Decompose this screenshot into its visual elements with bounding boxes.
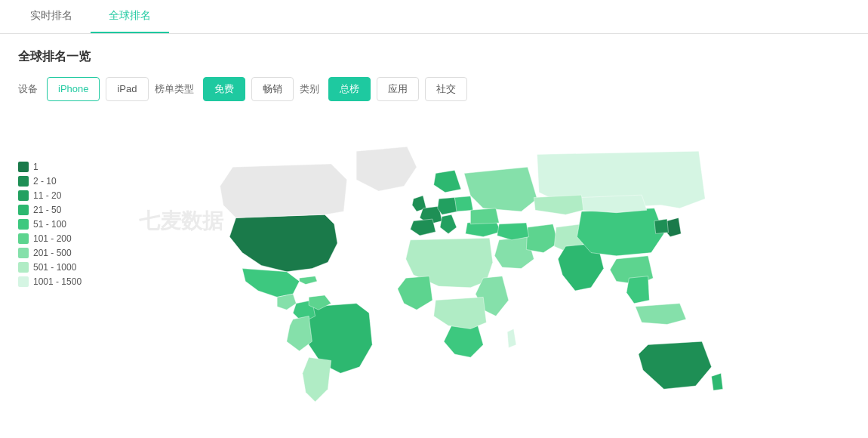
category-app-button[interactable]: 应用 bbox=[377, 77, 419, 101]
legend-label-5: 51 - 100 bbox=[33, 219, 66, 230]
legend-item-1: 1 bbox=[18, 162, 82, 172]
device-label: 设备 bbox=[18, 82, 38, 96]
legend-item-4: 21 - 50 bbox=[18, 205, 82, 215]
legend-item-5: 51 - 100 bbox=[18, 219, 82, 230]
legend-label-1: 1 bbox=[33, 162, 38, 172]
legend-label-7: 201 - 500 bbox=[33, 248, 72, 258]
legend-color-8 bbox=[18, 262, 29, 273]
legend-item-2: 2 - 10 bbox=[18, 176, 82, 187]
legend-color-1 bbox=[18, 162, 29, 172]
chart-type-paid-button[interactable]: 畅销 bbox=[251, 77, 294, 101]
legend-item-9: 1001 - 1500 bbox=[18, 276, 82, 287]
page-title: 全球排名一览 bbox=[18, 49, 850, 65]
device-iphone-button[interactable]: iPhone bbox=[47, 77, 100, 101]
page-content: 全球排名一览 设备 iPhone iPad 榜单类型 免费 畅销 类别 总榜 应… bbox=[0, 34, 868, 438]
legend-item-3: 11 - 20 bbox=[18, 190, 82, 201]
tab-realtime[interactable]: 实时排名 bbox=[12, 0, 91, 33]
device-ipad-button[interactable]: iPad bbox=[106, 77, 148, 101]
legend-item-8: 501 - 1000 bbox=[18, 262, 82, 273]
world-map-svg: .country { stroke: #fff; stroke-width: 0… bbox=[78, 116, 850, 433]
category-social-button[interactable]: 社交 bbox=[425, 77, 467, 101]
tabs-bar: 实时排名 全球排名 bbox=[0, 0, 868, 34]
legend-label-6: 101 - 200 bbox=[33, 233, 72, 244]
legend-label-3: 11 - 20 bbox=[33, 190, 61, 201]
legend-color-7 bbox=[18, 248, 29, 258]
legend-label-9: 1001 - 1500 bbox=[33, 276, 82, 287]
legend-color-9 bbox=[18, 276, 29, 287]
legend-item-7: 201 - 500 bbox=[18, 248, 82, 258]
category-label: 类别 bbox=[300, 82, 319, 96]
legend-color-3 bbox=[18, 190, 29, 201]
legend-label-2: 2 - 10 bbox=[33, 176, 57, 187]
legend-label-4: 21 - 50 bbox=[33, 205, 61, 215]
legend-item-6: 101 - 200 bbox=[18, 233, 82, 244]
legend-label-8: 501 - 1000 bbox=[33, 262, 76, 273]
legend: 1 2 - 10 11 - 20 21 - 50 51 - 100 101 - … bbox=[18, 162, 82, 291]
legend-color-2 bbox=[18, 176, 29, 187]
legend-color-4 bbox=[18, 205, 29, 215]
main-area: 1 2 - 10 11 - 20 21 - 50 51 - 100 101 - … bbox=[18, 116, 850, 433]
chart-type-free-button[interactable]: 免费 bbox=[203, 77, 245, 101]
legend-color-6 bbox=[18, 233, 29, 244]
legend-color-5 bbox=[18, 219, 29, 230]
filter-row: 设备 iPhone iPad 榜单类型 免费 畅销 类别 总榜 应用 社交 bbox=[18, 77, 850, 101]
tab-global[interactable]: 全球排名 bbox=[91, 0, 169, 33]
chart-type-label: 榜单类型 bbox=[155, 82, 194, 96]
category-all-button[interactable]: 总榜 bbox=[328, 77, 371, 101]
map-container: .country { stroke: #fff; stroke-width: 0… bbox=[78, 116, 850, 433]
